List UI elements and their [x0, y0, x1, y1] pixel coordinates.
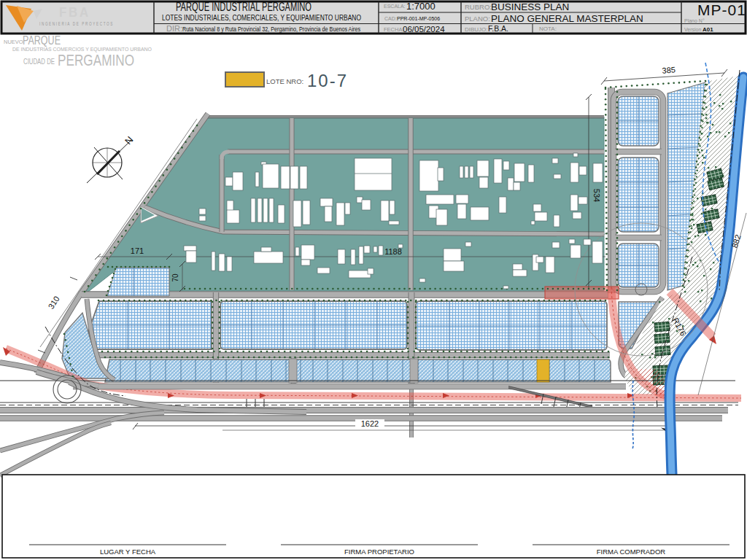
svg-text:LUGAR Y FECHA: LUGAR Y FECHA — [100, 548, 156, 556]
svg-text:06/05/2024: 06/05/2024 — [403, 25, 445, 34]
svg-text:DIR:: DIR: — [166, 24, 182, 33]
svg-text:MP-01: MP-01 — [697, 1, 746, 18]
svg-text:FBA: FBA — [59, 5, 90, 20]
svg-text:PLANO:: PLANO: — [465, 15, 490, 23]
svg-text:PARQUE INDUSTRIAL PERGAMINO: PARQUE INDUSTRIAL PERGAMINO — [176, 1, 311, 13]
svg-text:310: 310 — [47, 295, 61, 311]
svg-text:CAD:: CAD: — [384, 16, 397, 21]
svg-text:N: N — [123, 134, 135, 147]
svg-text:INGENIERIA DE PROYECTOS: INGENIERIA DE PROYECTOS — [39, 21, 114, 26]
svg-text:1188: 1188 — [384, 247, 402, 256]
svg-text:1:7000: 1:7000 — [406, 1, 436, 12]
svg-text:ESCALA:: ESCALA: — [384, 4, 406, 9]
svg-text:LOTE NRO:: LOTE NRO: — [266, 77, 303, 85]
svg-text:171: 171 — [131, 246, 144, 255]
svg-text:FIRMA PROPIETARIO: FIRMA PROPIETARIO — [344, 548, 414, 556]
svg-text:LOTES INDUSTRIALES, COMERCIALE: LOTES INDUSTRIALES, COMERCIALES, Y EQUIP… — [162, 13, 361, 22]
svg-text:A01: A01 — [703, 26, 713, 33]
svg-text:FIRMA COMPRADOR: FIRMA COMPRADOR — [597, 548, 666, 556]
svg-text:RUBRO:: RUBRO: — [465, 3, 492, 11]
svg-text:Version: Version — [684, 27, 701, 32]
svg-text:PERGAMINO: PERGAMINO — [58, 51, 134, 69]
svg-text:FECHA:: FECHA: — [384, 26, 404, 33]
svg-text:Plano N°: Plano N° — [684, 18, 705, 23]
svg-text:385: 385 — [662, 65, 676, 74]
svg-text:DIBUJO:: DIBUJO: — [465, 26, 488, 33]
svg-text:PPR-001-MP-0506: PPR-001-MP-0506 — [397, 16, 440, 21]
svg-text:BUSINESS PLAN: BUSINESS PLAN — [491, 1, 569, 12]
svg-text:Ruta Nacional 8 y Ruta Provinc: Ruta Nacional 8 y Ruta Provincial 32, Pe… — [182, 25, 360, 33]
svg-text:1622: 1622 — [361, 419, 379, 428]
svg-text:70: 70 — [171, 273, 179, 282]
svg-text:F.B.A.: F.B.A. — [488, 24, 508, 33]
svg-text:NOTA:: NOTA: — [539, 26, 557, 32]
svg-text:PLANO GENERAL MASTERPLAN: PLANO GENERAL MASTERPLAN — [491, 13, 643, 24]
svg-text:10-7: 10-7 — [307, 71, 348, 90]
svg-text:534: 534 — [592, 189, 601, 202]
svg-text:NUEVO: NUEVO — [4, 39, 23, 45]
svg-text:CIUDAD DE: CIUDAD DE — [23, 58, 55, 66]
